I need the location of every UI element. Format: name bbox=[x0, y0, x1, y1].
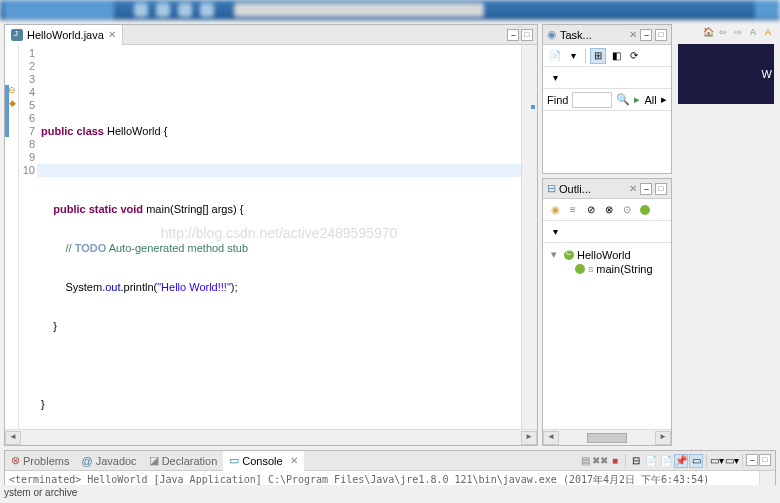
tab-console[interactable]: ▭Console✕ bbox=[223, 451, 303, 471]
minimize-icon[interactable]: ‒ bbox=[640, 29, 652, 41]
line-gutter: 12345678910 bbox=[19, 45, 37, 429]
method-icon bbox=[575, 264, 585, 274]
panel-title: Task... bbox=[560, 29, 626, 41]
close-icon[interactable]: ✕ bbox=[629, 183, 637, 194]
dropdown-icon[interactable]: ▾ bbox=[565, 48, 581, 64]
categorize-icon[interactable]: ⊞ bbox=[590, 48, 606, 64]
maximize-icon[interactable]: □ bbox=[655, 29, 667, 41]
outline-method-item[interactable]: S main(String bbox=[547, 262, 667, 276]
browser-chrome bbox=[0, 0, 780, 20]
sync-icon[interactable]: ⟳ bbox=[626, 48, 642, 64]
watermark: http://blog.csdn.net/active2489595970 bbox=[161, 227, 398, 240]
welcome-thumbnail[interactable]: W bbox=[678, 44, 774, 104]
maximize-icon[interactable]: □ bbox=[759, 454, 771, 466]
sort-icon[interactable]: ≡ bbox=[565, 202, 581, 218]
all-label: All bbox=[644, 94, 656, 106]
find-input[interactable] bbox=[572, 92, 612, 108]
editor-tab-bar: HelloWorld.java ✕ ‒ □ bbox=[5, 25, 537, 45]
console-icon: ▭ bbox=[229, 454, 239, 467]
forward-icon[interactable]: ⇨ bbox=[732, 27, 744, 39]
declaration-icon: ◪ bbox=[149, 454, 159, 467]
font-icon[interactable]: A bbox=[762, 27, 774, 39]
clear-console-icon[interactable]: 📄 bbox=[644, 454, 658, 468]
outline-toolbar: ◉ ≡ ⊘ ⊗ ⊙ bbox=[543, 199, 671, 221]
search-icon[interactable]: 🔍 bbox=[616, 93, 630, 106]
clear-icon[interactable]: ▤ bbox=[578, 454, 592, 468]
right-strip: 🏠 ⇦ ⇨ A A W bbox=[676, 24, 776, 446]
javadoc-icon: @ bbox=[81, 455, 92, 467]
hide-fields-icon[interactable]: ⊘ bbox=[583, 202, 599, 218]
expand-icon[interactable]: ▾ bbox=[547, 70, 563, 86]
task-toolbar: 📄 ▾ ⊞ ◧ ⟳ bbox=[543, 45, 671, 67]
warning-marker-icon[interactable]: ⊖ bbox=[6, 85, 18, 97]
outline-panel: ⊟ Outli... ✕ ‒ □ ◉ ≡ ⊘ ⊗ ⊙ ▾ ▾ HelloWorl… bbox=[542, 178, 672, 446]
terminate-icon[interactable]: ■ bbox=[608, 454, 622, 468]
class-icon bbox=[564, 250, 574, 260]
hide-static-icon[interactable]: ⊗ bbox=[601, 202, 617, 218]
open-console-icon[interactable]: ▭▾ bbox=[725, 454, 739, 468]
hide-local-icon[interactable] bbox=[637, 202, 653, 218]
panel-title: Outli... bbox=[559, 183, 626, 195]
code-editor[interactable]: public class HelloWorld { public static … bbox=[37, 45, 521, 429]
new-task-icon[interactable]: 📄 bbox=[547, 48, 563, 64]
focus-icon[interactable]: ◉ bbox=[547, 202, 563, 218]
task-panel: ◉ Task... ✕ ‒ □ 📄 ▾ ⊞ ◧ ⟳ ▾ Find 🔍 ▸ All… bbox=[542, 24, 672, 174]
display-icon[interactable]: ▭▾ bbox=[710, 454, 724, 468]
horizontal-scrollbar[interactable]: ◄ ► bbox=[5, 429, 537, 445]
vertical-scrollbar[interactable] bbox=[521, 45, 537, 429]
back-icon[interactable]: ⇦ bbox=[717, 27, 729, 39]
filter-icon[interactable]: ◧ bbox=[608, 48, 624, 64]
minimize-icon[interactable]: ‒ bbox=[640, 183, 652, 195]
collapse-icon[interactable]: ▾ bbox=[547, 248, 561, 261]
show-console-icon[interactable]: ▭ bbox=[689, 454, 703, 468]
editor-panel: HelloWorld.java ✕ ‒ □ ⊖ ◆ 12345678910 pu… bbox=[4, 24, 538, 446]
remove-launch-icon[interactable]: ⊟ bbox=[629, 454, 643, 468]
warning-marker-icon[interactable]: ◆ bbox=[6, 98, 18, 110]
outline-tree: ▾ HelloWorld S main(String bbox=[543, 243, 671, 429]
close-icon[interactable]: ✕ bbox=[108, 29, 116, 40]
tab-problems[interactable]: ⊗Problems bbox=[5, 451, 75, 471]
horizontal-scrollbar[interactable]: ◄ ► bbox=[543, 429, 671, 445]
marker-column: ⊖ ◆ bbox=[5, 45, 19, 429]
pin-icon[interactable]: 📌 bbox=[674, 454, 688, 468]
maximize-icon[interactable]: □ bbox=[521, 29, 533, 41]
home-icon[interactable]: 🏠 bbox=[702, 27, 714, 39]
expand-icon[interactable]: ▾ bbox=[547, 224, 563, 240]
scroll-left-icon[interactable]: ◄ bbox=[5, 431, 21, 445]
tab-label: HelloWorld.java bbox=[27, 29, 104, 41]
next-icon[interactable]: ▸ bbox=[661, 93, 667, 106]
find-label: Find bbox=[547, 94, 568, 106]
scroll-right-icon[interactable]: ► bbox=[521, 431, 537, 445]
close-icon[interactable]: ✕ bbox=[629, 29, 637, 40]
scroll-lock-icon[interactable]: 📄 bbox=[659, 454, 673, 468]
task-icon: ◉ bbox=[547, 28, 557, 41]
remove-all-icon[interactable]: ✖✖ bbox=[593, 454, 607, 468]
tab-declaration[interactable]: ◪Declaration bbox=[143, 451, 224, 471]
hide-nonpublic-icon[interactable]: ⊙ bbox=[619, 202, 635, 218]
status-bar: ystem or archive bbox=[0, 485, 780, 503]
minimize-icon[interactable]: ‒ bbox=[507, 29, 519, 41]
minimize-icon[interactable]: ‒ bbox=[746, 454, 758, 466]
editor-tab-helloworld[interactable]: HelloWorld.java ✕ bbox=[5, 25, 123, 45]
maximize-icon[interactable]: □ bbox=[655, 183, 667, 195]
problems-icon: ⊗ bbox=[11, 454, 20, 467]
refresh-icon[interactable]: A bbox=[747, 27, 759, 39]
java-file-icon bbox=[11, 29, 23, 41]
outline-icon: ⊟ bbox=[547, 182, 556, 195]
outline-class-item[interactable]: ▾ HelloWorld bbox=[547, 247, 667, 262]
play-icon[interactable]: ▸ bbox=[634, 93, 640, 106]
tab-javadoc[interactable]: @Javadoc bbox=[75, 451, 142, 471]
close-icon[interactable]: ✕ bbox=[290, 455, 298, 466]
